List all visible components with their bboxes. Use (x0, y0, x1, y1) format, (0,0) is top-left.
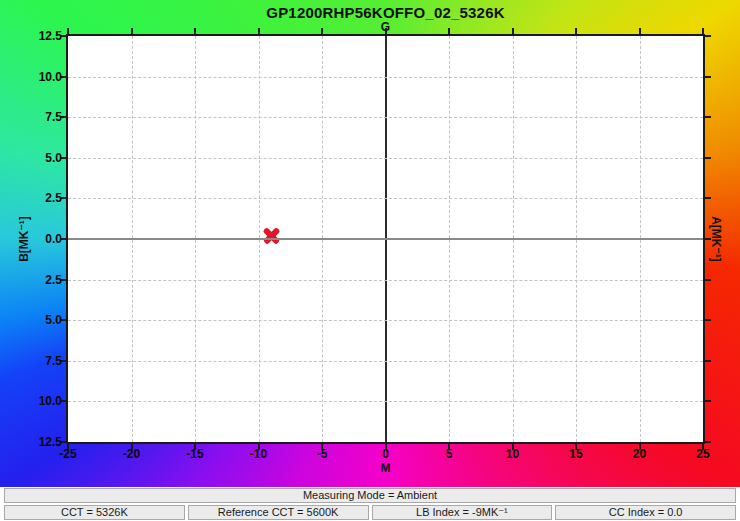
status-readout-row: CCT = 5326K Reference CCT = 5600K LB Ind… (4, 505, 736, 520)
x-tick-label: -15 (186, 447, 203, 461)
y-axis-tick-right (705, 279, 711, 281)
y-tick-label: 7.5 (0, 353, 62, 369)
x-axis-tick-top (321, 28, 323, 34)
y-tick-label: 0.0 (0, 231, 62, 247)
x-axis-tick-top (67, 28, 69, 34)
y-gridline (68, 401, 703, 402)
y-tick-label: 2.5 (0, 190, 62, 206)
chart-title: GP1200RHP56KOFFO_02_5326K (70, 4, 701, 21)
measurement-marker (262, 226, 281, 245)
x-tick-label: 0 (382, 447, 389, 461)
y-tick-label: 7.5 (0, 109, 62, 125)
y-tick-label: 12.5 (0, 434, 62, 450)
y-axis-tick-right (705, 76, 711, 78)
zero-line-horizontal (68, 238, 703, 240)
lb-index-readout: LB Index = -9MK⁻¹ (372, 505, 553, 520)
plot-grid (68, 36, 703, 442)
y-tick-label: 2.5 (0, 272, 62, 288)
y-axis-tick-right (705, 441, 711, 443)
x-axis-tick-top (194, 28, 196, 34)
x-tick-label: 15 (569, 447, 582, 461)
y-axis-tick-right (705, 157, 711, 159)
y-gridline (68, 117, 703, 118)
y-axis-tick-right (705, 319, 711, 321)
x-axis-tick-top (131, 28, 133, 34)
y-axis-tick-right (705, 116, 711, 118)
y-gridline (68, 198, 703, 199)
y-axis-tick-right (705, 35, 711, 37)
y-gridline (68, 158, 703, 159)
color-gamut-gradient-background: GP1200RHP56KOFFO_02_5326K G B[MK⁻¹] A[MK… (0, 0, 740, 487)
measuring-mode-bar: Measuring Mode = Ambient (4, 488, 736, 503)
y-gridline (68, 280, 703, 281)
x-tick-label: -10 (250, 447, 267, 461)
x-tick-label: 20 (633, 447, 646, 461)
y-axis-tick-right (705, 238, 711, 240)
x-axis-tick-top (448, 28, 450, 34)
y-tick-label: 10.0 (0, 69, 62, 85)
y-gridline (68, 361, 703, 362)
x-axis-tick-top (512, 28, 514, 34)
cc-index-readout: CC Index = 0.0 (555, 505, 736, 520)
x-axis-tick-top (639, 28, 641, 34)
x-tick-label: 25 (696, 447, 709, 461)
y-axis-tick-right (705, 400, 711, 402)
y-tick-label: 5.0 (0, 312, 62, 328)
y-axis-tick-right (705, 197, 711, 199)
y-tick-label: 10.0 (0, 393, 62, 409)
y-gridline (68, 320, 703, 321)
x-axis-tick-top (258, 28, 260, 34)
a-axis-label: A[MK⁻¹] (709, 216, 723, 262)
plot-area (66, 34, 705, 444)
y-tick-label: 12.5 (0, 28, 62, 44)
x-axis-tick-top (702, 28, 704, 34)
x-tick-label: 5 (446, 447, 453, 461)
x-tick-label: -5 (317, 447, 328, 461)
y-gridline (68, 77, 703, 78)
y-axis-tick-right (705, 360, 711, 362)
x-axis-tick-top (385, 28, 387, 34)
x-tick-label: -20 (123, 447, 140, 461)
y-tick-label: 5.0 (0, 150, 62, 166)
reference-cct-readout: Reference CCT = 5600K (188, 505, 369, 520)
x-axis-tick-top (575, 28, 577, 34)
m-axis-label: M (70, 461, 701, 475)
cct-readout: CCT = 5326K (4, 505, 185, 520)
x-tick-label: 10 (506, 447, 519, 461)
color-meter-screen: GP1200RHP56KOFFO_02_5326K G B[MK⁻¹] A[MK… (0, 0, 740, 521)
